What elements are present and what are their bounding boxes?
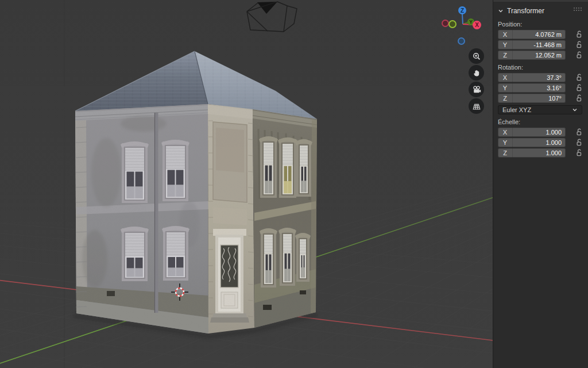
pan-hand-icon: [472, 68, 481, 78]
rotation-z-lock-button[interactable]: [574, 94, 582, 103]
axis-label: Z: [498, 51, 513, 60]
unlock-icon: [574, 94, 582, 102]
chevron-down-icon: [498, 8, 504, 14]
gizmo-minus-y-ball[interactable]: [448, 20, 457, 28]
axis-value: 1.000: [513, 128, 566, 137]
unlock-icon: [574, 41, 582, 49]
axis-value: 1.000: [513, 148, 566, 158]
zoom-button[interactable]: [469, 48, 484, 64]
position-z-lock-button[interactable]: [574, 51, 582, 60]
unlock-icon: [574, 139, 582, 147]
position-label: Position:: [498, 21, 582, 28]
unlock-icon: [574, 30, 582, 39]
unlock-icon: [574, 51, 582, 59]
camera-view-icon: [472, 85, 481, 94]
gizmo-z-ball[interactable]: Z: [458, 6, 466, 14]
scale-y-row: Y 1.000: [498, 138, 582, 147]
orthographic-toggle-button[interactable]: [469, 98, 484, 114]
scale-x-row: X 1.000: [498, 128, 582, 137]
rotation-z-field[interactable]: Z 107°: [498, 94, 566, 103]
rotation-x-row: X 37.3°: [498, 73, 582, 82]
axis-value: 12.052 m: [513, 51, 566, 60]
axis-label: Z: [498, 94, 513, 103]
axis-value: 4.0762 m: [513, 30, 566, 39]
scale-y-lock-button[interactable]: [574, 139, 582, 147]
orthographic-grid-icon: [472, 102, 481, 111]
panel-drag-dots-icon[interactable]: [573, 7, 582, 12]
rotation-y-row: Y 3.16°: [498, 83, 582, 93]
rotation-z-row: Z 107°: [498, 94, 582, 103]
scale-y-field[interactable]: Y 1.000: [498, 138, 566, 147]
axis-label: X: [498, 128, 513, 137]
gizmo-z-label: Z: [461, 7, 464, 13]
unlock-icon: [574, 149, 582, 157]
viewport-nav-buttons: [469, 48, 484, 114]
panel-header-transform[interactable]: Transformer: [498, 5, 582, 17]
gizmo-x-label: X: [475, 22, 479, 28]
blender-window: Y X Z: [0, 0, 588, 368]
rotation-y-field[interactable]: Y 3.16°: [498, 83, 566, 93]
position-y-lock-button[interactable]: [574, 41, 582, 49]
zoom-in-icon: [472, 52, 481, 61]
axis-label: Y: [498, 40, 513, 49]
unlock-icon: [574, 128, 582, 136]
transform-panel: Transformer Position: X 4.0762 m Y -11.4…: [493, 0, 588, 368]
scale-x-lock-button[interactable]: [574, 128, 582, 137]
rotation-y-lock-button[interactable]: [574, 84, 582, 93]
position-y-field[interactable]: Y -11.468 m: [498, 40, 566, 49]
axis-value: 3.16°: [513, 83, 566, 93]
rotation-x-lock-button[interactable]: [574, 74, 582, 82]
position-y-row: Y -11.468 m: [498, 40, 582, 49]
axis-value: 37.3°: [513, 73, 566, 82]
scale-z-field[interactable]: Z 1.000: [498, 148, 566, 158]
unlock-icon: [574, 74, 582, 82]
axis-label: Y: [498, 83, 513, 93]
gizmo-minus-z-ball[interactable]: [458, 37, 465, 45]
scale-z-row: Z 1.000: [498, 148, 582, 158]
position-x-row: X 4.0762 m: [498, 30, 582, 39]
unlock-icon: [574, 84, 582, 92]
rotation-mode-dropdown[interactable]: Euler XYZ: [498, 105, 582, 114]
position-x-field[interactable]: X 4.0762 m: [498, 30, 566, 39]
panel-title: Transformer: [507, 7, 544, 15]
chevron-down-icon: [572, 107, 578, 113]
position-z-field[interactable]: Z 12.052 m: [498, 51, 566, 60]
rotation-mode-value: Euler XYZ: [502, 106, 531, 113]
rotation-x-field[interactable]: X 37.3°: [498, 73, 566, 82]
camera-view-button[interactable]: [469, 82, 484, 97]
scale-z-lock-button[interactable]: [574, 149, 582, 158]
gizmo-x-ball[interactable]: X: [473, 21, 481, 29]
navigation-gizmo[interactable]: Y X Z: [438, 1, 486, 49]
axis-label: Y: [498, 138, 513, 147]
axis-label: X: [498, 30, 513, 39]
axis-value: 1.000: [513, 138, 566, 147]
gizmo-y-label: Y: [469, 19, 473, 25]
position-x-lock-button[interactable]: [574, 30, 582, 39]
axis-label: Z: [498, 148, 513, 158]
pan-button[interactable]: [469, 65, 484, 80]
axis-label: X: [498, 73, 513, 82]
scale-label: Échelle:: [498, 118, 582, 125]
axis-value: -11.468 m: [513, 40, 566, 49]
scale-x-field[interactable]: X 1.000: [498, 128, 566, 137]
axis-value: 107°: [513, 94, 566, 103]
rotation-label: Rotation:: [498, 64, 582, 71]
position-z-row: Z 12.052 m: [498, 51, 582, 60]
